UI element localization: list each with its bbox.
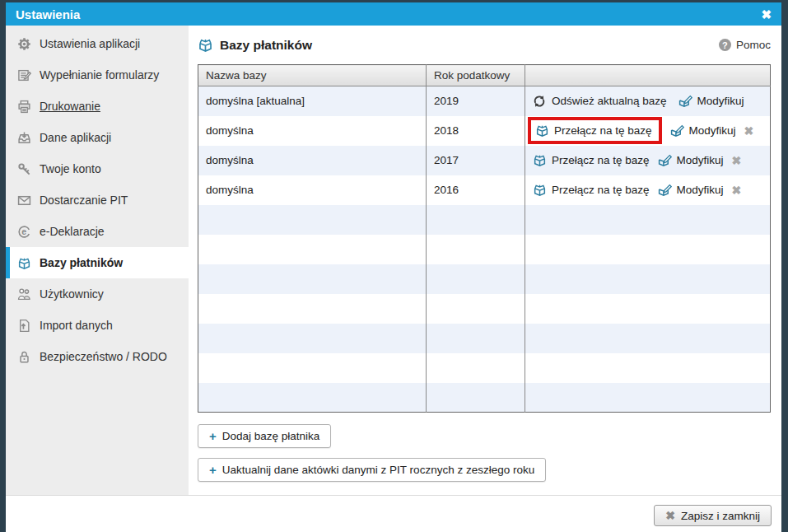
key-icon: [16, 161, 31, 176]
switch-to-db-link-highlighted[interactable]: Przełącz na tę bazę: [528, 117, 662, 144]
open-box-icon: [16, 255, 31, 270]
content-header: Bazy płatników ? Pomoc: [198, 37, 771, 53]
db-name-cell: domyślna [aktualna]: [198, 86, 427, 116]
help-link[interactable]: ? Pomoc: [719, 39, 771, 51]
switch-to-db-link[interactable]: Przełącz na tę bazę: [533, 183, 650, 197]
plus-icon: +: [209, 463, 217, 477]
sidebar-item-twoje-konto[interactable]: Twoje konto: [6, 153, 189, 184]
sidebar-item-dostarczanie-pit[interactable]: Dostarczanie PIT: [6, 184, 189, 216]
column-header-year: Rok podatkowy: [427, 65, 525, 86]
db-year-cell: 2018: [427, 116, 525, 146]
table-row: domyślna 2017 Przełącz na tę bazę M: [198, 146, 771, 175]
sidebar-item-e-deklaracje[interactable]: e-Deklaracje: [6, 216, 189, 247]
close-icon[interactable]: ✖: [761, 8, 772, 21]
db-name-cell: domyślna: [198, 175, 427, 205]
modify-box-pencil-icon: [658, 183, 672, 197]
gear-icon: [16, 36, 31, 51]
content-pane: Bazy płatników ? Pomoc Nazwa bazy Rok po…: [189, 26, 781, 495]
open-box-icon: [198, 37, 213, 53]
db-year-cell: 2019: [427, 86, 525, 116]
sidebar-item-wypelnianie-formularzy[interactable]: Wypełnianie formularzy: [6, 59, 189, 91]
printer-icon: [16, 99, 31, 114]
db-year-cell: 2017: [427, 146, 525, 175]
question-icon: ?: [719, 39, 731, 51]
sidebar-item-label: Wypełnianie formularzy: [40, 68, 159, 82]
sidebar-item-bezpieczenstwo-rodo[interactable]: Bezpieczeństwo / RODO: [6, 341, 189, 372]
settings-dialog: Ustawienia ✖ Ustawienia aplikacji Wypełn…: [6, 2, 781, 532]
sidebar-item-bazy-platnikow[interactable]: Bazy płatników: [6, 247, 189, 278]
help-label: Pomoc: [736, 39, 771, 51]
table-row: domyślna 2018 Przełącz na tę bazę M: [198, 116, 771, 146]
delete-db-icon[interactable]: ✖: [732, 184, 742, 197]
sidebar-item-label: Twoje konto: [40, 162, 101, 175]
sidebar-item-label: Drukowanie: [40, 100, 100, 113]
empty-row: [198, 324, 771, 353]
modify-db-link[interactable]: Modyfikuj: [658, 153, 724, 167]
modify-box-pencil-icon: [678, 94, 692, 108]
db-name-cell: domyślna: [198, 146, 427, 175]
sidebar-item-label: Bazy płatników: [40, 256, 123, 269]
sidebar-item-label: e-Deklaracje: [40, 225, 105, 238]
plus-icon: +: [209, 429, 217, 443]
envelope-icon: [16, 193, 31, 208]
table-header-row: Nazwa bazy Rok podatkowy: [198, 65, 771, 86]
db-year-cell: 2016: [427, 175, 525, 205]
page-title: Bazy płatników: [220, 38, 312, 53]
modify-db-link[interactable]: Modyfikuj: [670, 124, 736, 138]
sidebar-item-drukowanie[interactable]: Drukowanie: [6, 91, 189, 122]
table-row: domyślna [aktualna] 2019 Odśwież aktualn…: [198, 86, 771, 116]
inbox-tray-icon: [16, 130, 31, 145]
modify-box-pencil-icon: [670, 124, 684, 138]
save-and-close-button[interactable]: ✖ Zapisz i zamknij: [654, 505, 772, 526]
sidebar-item-label: Bezpieczeństwo / RODO: [40, 350, 167, 363]
lock-icon: [16, 349, 31, 364]
add-payer-db-button[interactable]: + Dodaj bazę płatnika: [198, 424, 331, 448]
open-box-icon: [535, 124, 549, 138]
sidebar-item-uzytkownicy[interactable]: Użytkownicy: [6, 278, 189, 310]
update-briefcase-data-button[interactable]: + Uaktualnij dane aktówki danymi z PIT r…: [198, 458, 546, 482]
sidebar-item-ustawienia-aplikacji[interactable]: Ustawienia aplikacji: [6, 28, 189, 59]
refresh-icon: [533, 94, 547, 108]
empty-row: [198, 353, 771, 383]
db-name-cell: domyślna: [198, 116, 427, 146]
delete-db-icon[interactable]: ✖: [732, 154, 742, 167]
sidebar-item-import-danych[interactable]: Import danych: [6, 310, 189, 341]
modify-box-pencil-icon: [658, 153, 672, 167]
import-document-icon: [16, 318, 31, 333]
e-circle-icon: [16, 224, 31, 239]
close-x-icon: ✖: [665, 509, 675, 522]
empty-row: [198, 294, 771, 324]
sidebar-item-label: Dane aplikacji: [40, 131, 111, 144]
table-row: domyślna 2016 Przełącz na tę bazę M: [198, 175, 771, 205]
column-header-actions: [525, 65, 771, 86]
dialog-body: Ustawienia aplikacji Wypełnianie formula…: [6, 26, 781, 495]
empty-row: [198, 264, 771, 294]
open-box-icon: [533, 153, 547, 167]
sidebar: Ustawienia aplikacji Wypełnianie formula…: [6, 26, 189, 495]
refresh-current-db-link[interactable]: Odśwież aktualną bazę: [533, 94, 667, 108]
column-header-name: Nazwa bazy: [198, 65, 427, 86]
sidebar-item-dane-aplikacji[interactable]: Dane aplikacji: [6, 122, 189, 153]
users-icon: [16, 287, 31, 301]
dialog-title: Ustawienia: [16, 7, 80, 21]
dialog-titlebar: Ustawienia ✖: [6, 2, 781, 26]
empty-row: [198, 235, 771, 264]
switch-to-db-link[interactable]: Przełącz na tę bazę: [533, 153, 650, 167]
form-pencil-icon: [16, 68, 31, 82]
empty-row: [198, 205, 771, 235]
databases-table: Nazwa bazy Rok podatkowy domyślna [aktua…: [198, 64, 771, 413]
empty-row: [198, 383, 771, 413]
sidebar-item-label: Import danych: [40, 319, 113, 332]
dialog-footer: ✖ Zapisz i zamknij: [6, 495, 781, 532]
modify-db-link[interactable]: Modyfikuj: [678, 94, 744, 108]
sidebar-item-label: Dostarczanie PIT: [40, 194, 128, 207]
open-box-icon: [533, 183, 547, 197]
modify-db-link[interactable]: Modyfikuj: [658, 183, 724, 197]
delete-db-icon[interactable]: ✖: [744, 124, 754, 138]
sidebar-item-label: Użytkownicy: [40, 287, 104, 301]
sidebar-item-label: Ustawienia aplikacji: [40, 37, 140, 50]
